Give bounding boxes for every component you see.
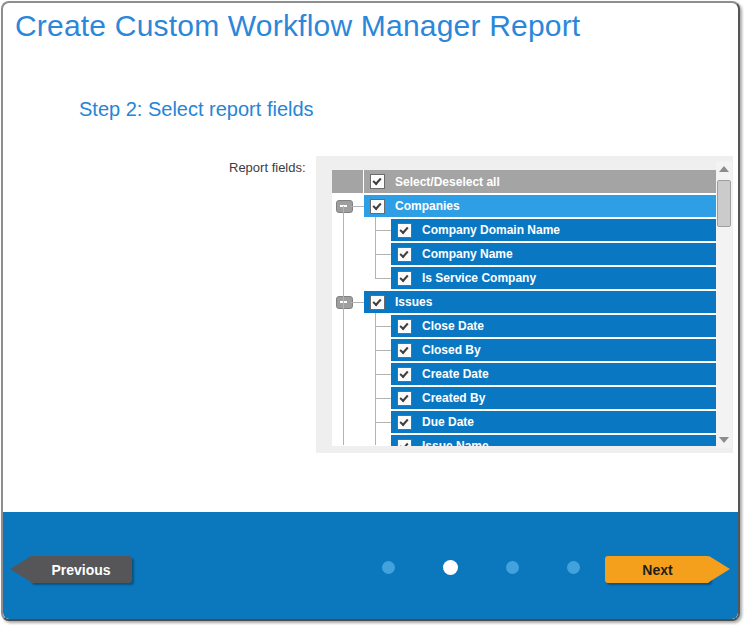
report-fields-tree[interactable]: Select/Deselect all Companies Company Do… — [332, 170, 716, 446]
wizard-footer-bar: Previous Next — [3, 512, 738, 619]
tree-connector-line — [375, 398, 391, 399]
wizard-window: Create Custom Workflow Manager Report St… — [1, 1, 740, 621]
checkbox-closed-by[interactable] — [397, 343, 412, 358]
tree-connector-line — [351, 302, 364, 303]
checkbox-issues[interactable] — [370, 295, 385, 310]
tree-connector-line — [375, 254, 391, 255]
checkbox-due-date[interactable] — [397, 415, 412, 430]
tree-connector-line — [343, 206, 344, 445]
tree-connector-line — [375, 374, 391, 375]
checkbox-is-service-company[interactable] — [397, 271, 412, 286]
row-label: Issues — [395, 295, 432, 309]
tree-connector-line — [375, 217, 376, 278]
tree-connector-line — [375, 422, 391, 423]
report-fields-panel: Select/Deselect all Companies Company Do… — [316, 156, 733, 453]
tree-connector-line — [375, 350, 391, 351]
scroll-down-icon[interactable] — [719, 437, 729, 443]
page-title: Create Custom Workflow Manager Report — [15, 9, 580, 43]
row-issues[interactable]: Issues — [332, 291, 716, 313]
row-label: Create Date — [422, 367, 489, 381]
tree-connector-line — [375, 313, 376, 445]
step-heading: Step 2: Select report fields — [79, 98, 314, 121]
checkbox-company-name[interactable] — [397, 247, 412, 262]
checkbox-issue-name[interactable] — [397, 439, 412, 447]
select-all-label: Select/Deselect all — [395, 175, 500, 189]
step-indicator — [382, 553, 580, 581]
previous-button[interactable]: Previous — [30, 556, 132, 583]
tree-connector-line — [375, 278, 391, 279]
row-label: Issue Name — [422, 439, 489, 446]
row-label: Due Date — [422, 415, 474, 429]
select-deselect-all-row[interactable]: Select/Deselect all — [332, 170, 716, 193]
tree-connector-line — [375, 230, 391, 231]
row-label: Company Name — [422, 247, 513, 261]
checkbox-create-date[interactable] — [397, 367, 412, 382]
row-label: Company Domain Name — [422, 223, 560, 237]
vertical-scrollbar[interactable] — [716, 161, 732, 448]
step-dot-3 — [506, 561, 519, 574]
checkbox-company-domain-name[interactable] — [397, 223, 412, 238]
row-label: Closed By — [422, 343, 481, 357]
checkbox-companies[interactable] — [370, 199, 385, 214]
step-dot-4 — [567, 561, 580, 574]
row-label: Companies — [395, 199, 460, 213]
step-dot-1 — [382, 561, 395, 574]
row-label: Created By — [422, 391, 485, 405]
row-label: Close Date — [422, 319, 484, 333]
scrollbar-thumb[interactable] — [717, 180, 731, 227]
row-issue-name[interactable]: Issue Name — [332, 435, 716, 446]
checkbox-created-by[interactable] — [397, 391, 412, 406]
select-all-checkbox[interactable] — [370, 174, 385, 189]
next-button[interactable]: Next — [605, 556, 710, 583]
row-companies[interactable]: Companies — [332, 195, 716, 217]
tree-connector-line — [351, 206, 364, 207]
row-label: Is Service Company — [422, 271, 536, 285]
scroll-up-icon[interactable] — [719, 166, 729, 172]
checkbox-close-date[interactable] — [397, 319, 412, 334]
header-indent-cell — [332, 170, 363, 193]
step-dot-2-active — [443, 560, 458, 575]
tree-connector-line — [375, 326, 391, 327]
report-fields-label: Report fields: — [229, 160, 306, 175]
